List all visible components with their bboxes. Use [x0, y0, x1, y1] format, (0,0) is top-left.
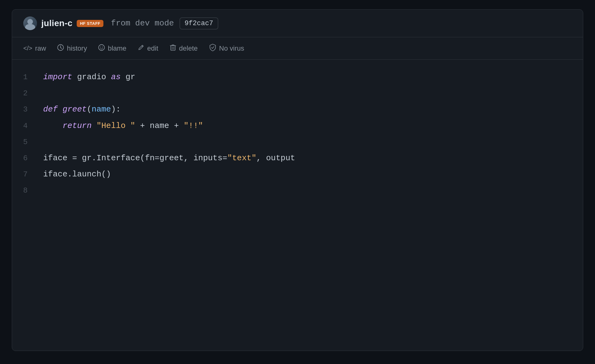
no-virus-status: No virus	[209, 43, 244, 53]
avatar	[23, 16, 37, 30]
svg-point-5	[102, 47, 103, 47]
svg-line-2	[61, 48, 62, 49]
username-label: julien-c	[41, 18, 72, 28]
code-content-5	[37, 135, 48, 149]
shield-icon	[209, 43, 216, 53]
svg-rect-7	[171, 46, 175, 50]
line-number-3: 3	[12, 103, 37, 116]
no-virus-label: No virus	[219, 44, 244, 52]
svg-line-6	[142, 46, 143, 47]
line-number-8: 8	[12, 184, 37, 197]
svg-point-3	[99, 45, 105, 51]
raw-button[interactable]: </> raw	[23, 44, 46, 52]
hf-staff-badge: HF STAFF	[77, 20, 103, 27]
code-line-3: 3 def greet(name):	[12, 101, 583, 117]
clock-icon	[57, 44, 64, 52]
code-line-1: 1 import gradio as gr	[12, 69, 583, 85]
code-line-5: 5	[12, 134, 583, 150]
history-button[interactable]: history	[57, 44, 87, 52]
blame-label: blame	[108, 44, 126, 52]
line-number-2: 2	[12, 87, 37, 100]
code-icon: </>	[23, 45, 32, 52]
delete-label: delete	[179, 44, 198, 52]
line-number-7: 7	[12, 168, 37, 181]
from-dev-mode-text: from dev mode	[111, 19, 174, 28]
commit-hash: 9f2cac7	[179, 17, 218, 30]
line-number-1: 1	[12, 71, 37, 84]
code-content-6: iface = gr.Interface(fn=greet, inputs="t…	[37, 151, 295, 165]
file-viewer: julien-c HF STAFF from dev mode 9f2cac7 …	[12, 9, 583, 351]
edit-label: edit	[147, 44, 158, 52]
code-content-3: def greet(name):	[37, 102, 121, 116]
raw-label: raw	[35, 44, 46, 52]
code-content-2	[37, 86, 48, 100]
pencil-icon	[138, 44, 144, 52]
blame-button[interactable]: blame	[98, 44, 126, 52]
line-number-4: 4	[12, 120, 37, 133]
line-number-6: 6	[12, 152, 37, 165]
svg-point-4	[100, 47, 101, 47]
code-line-6: 6 iface = gr.Interface(fn=greet, inputs=…	[12, 150, 583, 166]
face-icon	[98, 44, 105, 52]
code-content-8	[37, 184, 48, 197]
code-line-7: 7 iface.launch()	[12, 166, 583, 182]
edit-button[interactable]: edit	[138, 44, 158, 52]
file-header: julien-c HF STAFF from dev mode 9f2cac7	[12, 10, 583, 37]
delete-button[interactable]: delete	[170, 44, 198, 53]
code-content-7: iface.launch()	[37, 167, 111, 181]
code-line-8: 8	[12, 182, 583, 198]
file-toolbar: </> raw history	[12, 37, 583, 60]
code-content-4: return "Hello " + name + "!!"	[37, 119, 203, 133]
line-number-5: 5	[12, 136, 37, 149]
history-label: history	[67, 44, 87, 52]
code-viewer: 1 import gradio as gr 2 3 def greet(name…	[12, 60, 583, 208]
code-line-4: 4 return "Hello " + name + "!!"	[12, 118, 583, 134]
code-line-2: 2	[12, 85, 583, 101]
code-content-1: import gradio as gr	[37, 70, 135, 84]
trash-icon	[170, 44, 176, 53]
